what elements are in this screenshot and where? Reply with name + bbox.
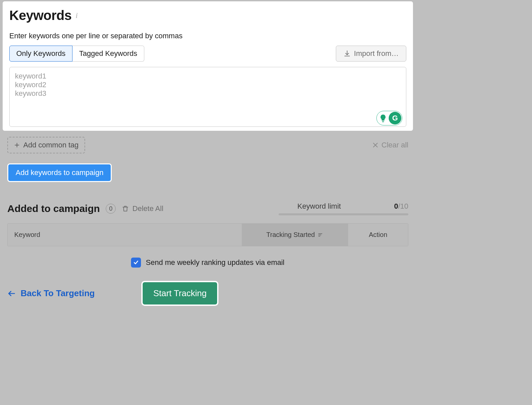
sort-icon — [318, 232, 324, 238]
add-common-tag-button[interactable]: Add common tag — [7, 137, 85, 153]
tag-clear-row: Add common tag Clear all — [7, 137, 408, 153]
grammarly-widget[interactable]: G — [376, 111, 402, 125]
weekly-updates-label[interactable]: Send me weekly ranking updates via email — [146, 258, 284, 267]
lightbulb-icon — [379, 114, 387, 122]
weekly-updates-checkbox[interactable] — [131, 258, 141, 268]
start-tracking-button[interactable]: Start Tracking — [141, 281, 218, 306]
added-header-row: Added to campaign 0 Delete All Keyword l… — [7, 202, 408, 215]
import-from-label: Import from… — [354, 49, 399, 58]
keyword-mode-tabgroup: Only Keywords Tagged Keywords — [9, 46, 144, 62]
tab-tagged-keywords[interactable]: Tagged Keywords — [72, 46, 144, 62]
weekly-updates-row: Send me weekly ranking updates via email — [7, 258, 408, 268]
keyword-limit-fraction: 0/10 — [394, 202, 408, 211]
mode-import-row: Only Keywords Tagged Keywords Import fro… — [9, 46, 406, 62]
column-keyword[interactable]: Keyword — [8, 224, 242, 246]
trash-icon — [122, 205, 129, 212]
below-card: Add common tag Clear all Add keywords to… — [0, 137, 416, 182]
add-keywords-to-campaign-button[interactable]: Add keywords to campaign — [7, 163, 112, 182]
import-from-button[interactable]: Import from… — [336, 46, 406, 62]
added-to-campaign-section: Added to campaign 0 Delete All Keyword l… — [0, 202, 416, 268]
clear-all-label: Clear all — [381, 141, 408, 149]
delete-all-button[interactable]: Delete All — [122, 204, 163, 213]
keyword-limit-max: /10 — [398, 202, 408, 210]
keywords-table: Keyword Tracking Started Action — [7, 223, 408, 246]
info-icon[interactable]: i — [75, 11, 78, 20]
clear-all-button[interactable]: Clear all — [372, 141, 408, 149]
column-tracking-started-label: Tracking Started — [266, 231, 315, 239]
download-icon — [343, 50, 351, 57]
keyword-limit-progress — [279, 213, 408, 215]
footer-row: Back To Targeting Start Tracking — [0, 281, 416, 306]
plus-icon — [14, 142, 20, 148]
column-action: Action — [348, 224, 408, 246]
keywords-card-header: Keywords i — [9, 8, 406, 23]
tab-only-keywords[interactable]: Only Keywords — [9, 46, 72, 62]
keywords-card: Keywords i Enter keywords one per line o… — [3, 1, 413, 131]
added-header-left: Added to campaign 0 Delete All — [7, 203, 163, 214]
added-to-campaign-title: Added to campaign — [7, 203, 100, 214]
delete-all-label: Delete All — [132, 204, 163, 213]
column-tracking-started[interactable]: Tracking Started — [242, 224, 348, 246]
keywords-helper-text: Enter keywords one per line or separated… — [9, 32, 406, 40]
grammarly-icon: G — [389, 112, 401, 124]
keyword-limit-label: Keyword limit — [297, 202, 341, 211]
back-to-targeting-label: Back To Targeting — [21, 288, 95, 299]
keywords-table-header: Keyword Tracking Started Action — [8, 224, 408, 246]
keyword-limit-block: Keyword limit 0/10 — [279, 202, 408, 215]
keywords-textarea-wrap: G — [9, 67, 406, 128]
arrow-left-icon — [7, 289, 16, 298]
back-to-targeting-link[interactable]: Back To Targeting — [7, 288, 95, 299]
keywords-textarea[interactable] — [9, 67, 406, 127]
keyword-limit-current: 0 — [394, 202, 398, 210]
keywords-title: Keywords — [9, 8, 71, 23]
added-count-pill: 0 — [106, 204, 116, 214]
add-common-tag-label: Add common tag — [23, 141, 78, 149]
close-icon — [372, 142, 379, 148]
